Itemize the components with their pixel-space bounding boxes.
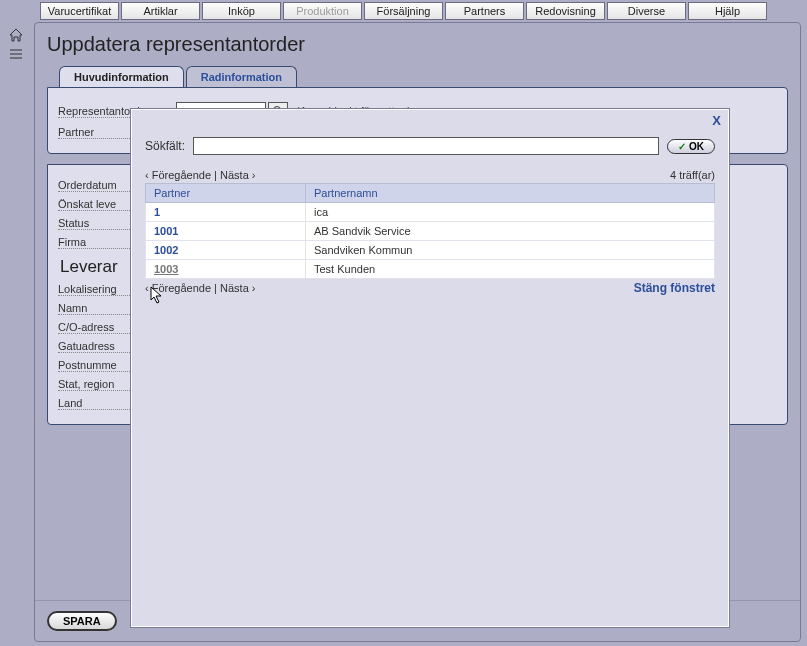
partner-id[interactable]: 1 [146, 203, 306, 222]
tabs: Huvudinformation Radinformation [59, 66, 788, 87]
pager-top: ‹ Föregående | Nästa › [145, 169, 256, 181]
menu-forsaljning[interactable]: Försäljning [364, 2, 443, 20]
partner-name: ica [306, 203, 715, 222]
next-link-bottom[interactable]: Nästa › [220, 282, 255, 294]
ok-button[interactable]: ✓ OK [667, 139, 715, 154]
check-icon: ✓ [678, 141, 686, 152]
table-row[interactable]: 1001 AB Sandvik Service [146, 222, 715, 241]
partner-lookup-dialog: X Sökfält: ✓ OK ‹ Föregående | Nästa › 4… [130, 108, 730, 628]
save-button[interactable]: SPARA [47, 611, 117, 631]
pager-bottom: ‹ Föregående | Nästa › [145, 282, 256, 294]
col-partnernamn[interactable]: Partnernamn [306, 184, 715, 203]
partner-id[interactable]: 1001 [146, 222, 306, 241]
menu-inkop[interactable]: Inköp [202, 2, 281, 20]
dialog-close-button[interactable]: X [712, 113, 721, 128]
search-input[interactable] [193, 137, 659, 155]
menu-partners[interactable]: Partners [445, 2, 524, 20]
partner-id[interactable]: 1002 [146, 241, 306, 260]
top-menu: Varucertifikat Artiklar Inköp Produktion… [0, 0, 807, 22]
menu-diverse[interactable]: Diverse [607, 2, 686, 20]
close-window-link[interactable]: Stäng fönstret [634, 281, 715, 295]
menu-produktion: Produktion [283, 2, 362, 20]
results-table: Partner Partnernamn 1 ica 1001 AB Sandvi… [145, 183, 715, 279]
search-label: Sökfält: [145, 139, 185, 153]
col-partner[interactable]: Partner [146, 184, 306, 203]
menu-varucertifikat[interactable]: Varucertifikat [40, 2, 119, 20]
partner-name: AB Sandvik Service [306, 222, 715, 241]
hit-count: 4 träff(ar) [670, 169, 715, 181]
list-icon[interactable] [9, 48, 23, 60]
table-row[interactable]: 1002 Sandviken Kommun [146, 241, 715, 260]
partner-id[interactable]: 1003 [146, 260, 306, 279]
prev-link-bottom[interactable]: ‹ Föregående [145, 282, 211, 294]
partner-name: Sandviken Kommun [306, 241, 715, 260]
menu-artiklar[interactable]: Artiklar [121, 2, 200, 20]
ok-label: OK [689, 141, 704, 152]
next-link-top[interactable]: Nästa › [220, 169, 255, 181]
menu-hjalp[interactable]: Hjälp [688, 2, 767, 20]
table-row[interactable]: 1003 Test Kunden [146, 260, 715, 279]
partner-name: Test Kunden [306, 260, 715, 279]
prev-link-top[interactable]: ‹ Föregående [145, 169, 211, 181]
side-rail [6, 28, 26, 60]
home-icon[interactable] [8, 28, 24, 42]
page-title: Uppdatera representantorder [47, 33, 788, 56]
table-row[interactable]: 1 ica [146, 203, 715, 222]
menu-redovisning[interactable]: Redovisning [526, 2, 605, 20]
tab-huvudinformation[interactable]: Huvudinformation [59, 66, 184, 87]
tab-radinformation[interactable]: Radinformation [186, 66, 297, 87]
